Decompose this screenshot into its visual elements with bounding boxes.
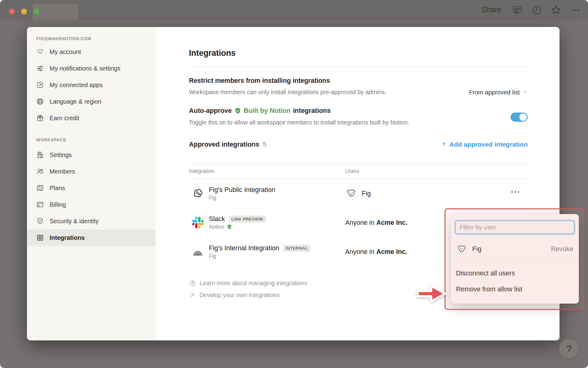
sidebar-item-label: Integrations bbox=[50, 234, 85, 241]
more-options-icon[interactable] bbox=[570, 4, 581, 16]
integration-owner: Fig bbox=[209, 195, 275, 201]
workspace-section-heading: WORKSPACE bbox=[36, 137, 156, 142]
chevron-down-icon bbox=[522, 89, 528, 96]
connected-user-name: Fig bbox=[472, 245, 481, 253]
link-preview-badge: LINK PREVIEW bbox=[229, 216, 266, 223]
approved-integrations-heading: Approved integrations bbox=[189, 141, 259, 148]
approved-integrations-count: 5 bbox=[263, 141, 266, 148]
learn-more-label: Learn more about managing integrations bbox=[200, 280, 307, 287]
sidebar-item-connected-apps[interactable]: My connected apps bbox=[27, 77, 156, 93]
integration-users-prefix: Anyone in bbox=[345, 219, 375, 227]
sidebar-item-label: Members bbox=[50, 168, 75, 175]
integration-owner: Notion bbox=[209, 224, 224, 230]
sidebar-item-label: Plans bbox=[50, 185, 65, 192]
integration-name: Slack bbox=[209, 215, 225, 223]
settings-sidebar: FIG@MAKENOTION.COM My account My notific… bbox=[27, 27, 156, 340]
sidebar-item-label: Security & identity bbox=[50, 218, 99, 225]
column-header-users: Users bbox=[345, 168, 359, 174]
restrict-heading: Restrict members from installing integra… bbox=[189, 76, 528, 85]
sliders-icon bbox=[36, 64, 44, 72]
verified-shield-icon bbox=[227, 224, 232, 230]
auto-approve-suffix: integrations bbox=[293, 106, 331, 116]
remove-from-allow-list-menu-item[interactable]: Remove from allow list bbox=[451, 281, 579, 297]
row-more-options-icon[interactable] bbox=[511, 191, 520, 193]
restrict-policy-dropdown[interactable]: From approved list bbox=[469, 87, 528, 98]
integration-users-prefix: Anyone in bbox=[345, 248, 375, 256]
divider bbox=[189, 67, 528, 67]
sidebar-item-label: My account bbox=[50, 48, 81, 56]
account-email-heading: FIG@MAKENOTION.COM bbox=[36, 36, 156, 41]
zoom-window-button[interactable] bbox=[33, 9, 39, 14]
people-icon bbox=[36, 167, 44, 175]
sidebar-item-members[interactable]: Members bbox=[27, 163, 156, 180]
dropdown-value: From approved list bbox=[469, 89, 520, 96]
sidebar-item-earn-credit[interactable]: Earn credit bbox=[27, 110, 156, 126]
add-approved-integration-button[interactable]: Add approved integration bbox=[441, 141, 528, 148]
integration-users: Fig bbox=[362, 190, 371, 197]
auto-approve-prefix: Auto-approve bbox=[189, 106, 232, 116]
plus-icon bbox=[441, 141, 447, 148]
connected-user-row: Fig Revoke bbox=[451, 238, 579, 261]
filter-by-user-input[interactable] bbox=[455, 220, 575, 234]
toggle-knob bbox=[519, 113, 527, 121]
restrict-section: Restrict members from installing integra… bbox=[189, 76, 528, 97]
built-by-notion-label: Built by Notion bbox=[244, 106, 291, 116]
fig-user-avatar bbox=[456, 243, 467, 255]
minimize-window-button[interactable] bbox=[21, 9, 27, 14]
grid-icon bbox=[36, 234, 44, 242]
help-button[interactable]: ? bbox=[559, 339, 579, 359]
fig-internal-integration-icon bbox=[192, 246, 204, 258]
share-button[interactable]: Share bbox=[481, 5, 502, 14]
built-by-notion-shield-icon bbox=[234, 107, 241, 114]
help-circle-icon bbox=[189, 280, 196, 287]
integration-users-org: Acme Inc. bbox=[376, 248, 408, 256]
map-icon bbox=[36, 184, 44, 192]
sidebar-item-label: Billing bbox=[50, 201, 66, 208]
restrict-description: Workspace members can only install integ… bbox=[189, 88, 403, 97]
sidebar-item-plans[interactable]: Plans bbox=[27, 180, 156, 196]
revoke-button[interactable]: Revoke bbox=[551, 245, 573, 253]
sidebar-item-security-identity[interactable]: Security & identity bbox=[27, 213, 156, 229]
table-row: Fig's Public Integration Fig Fig bbox=[189, 179, 528, 208]
sidebar-item-label: Earn credit bbox=[50, 115, 79, 122]
fig-user-avatar bbox=[345, 187, 357, 200]
internal-badge: INTERNAL bbox=[283, 245, 311, 252]
sidebar-item-integrations[interactable]: Integrations bbox=[27, 229, 156, 246]
close-window-button[interactable] bbox=[9, 9, 15, 14]
sidebar-item-my-account[interactable]: My account bbox=[27, 44, 156, 60]
comments-icon[interactable] bbox=[511, 4, 523, 16]
credit-card-icon bbox=[36, 201, 44, 209]
sidebar-item-notifications-settings[interactable]: My notifications & settings bbox=[27, 60, 156, 77]
sidebar-item-billing[interactable]: Billing bbox=[27, 196, 156, 213]
arrow-up-right-icon bbox=[189, 292, 196, 299]
integration-owner: Fig bbox=[209, 253, 311, 259]
shield-check-icon bbox=[36, 217, 44, 225]
gift-icon bbox=[36, 114, 44, 122]
building-icon bbox=[36, 151, 44, 159]
sidebar-item-label: Settings bbox=[50, 151, 72, 159]
window-tab[interactable] bbox=[33, 4, 78, 21]
window-titlebar: Share bbox=[0, 0, 588, 21]
globe-icon bbox=[36, 98, 44, 105]
sidebar-item-label: My connected apps bbox=[50, 82, 103, 89]
favorite-star-icon[interactable] bbox=[550, 4, 562, 16]
integration-name: Fig's Public Integration bbox=[209, 186, 275, 194]
sidebar-item-settings[interactable]: Settings bbox=[27, 147, 156, 163]
user-avatar-icon bbox=[36, 48, 44, 56]
integration-users-org: Acme Inc. bbox=[376, 219, 408, 227]
auto-approve-toggle[interactable] bbox=[511, 113, 528, 122]
sidebar-item-language-region[interactable]: Language & region bbox=[27, 93, 156, 110]
develop-integrations-label: Develop your own integrations bbox=[199, 292, 280, 299]
disconnect-all-users-menu-item[interactable]: Disconnect all users bbox=[451, 265, 579, 281]
integration-name: Fig's Internal Integration bbox=[209, 244, 279, 252]
sidebar-item-label: Language & region bbox=[50, 98, 101, 105]
integration-options-popup: Fig Revoke Disconnect all users Remove f… bbox=[451, 214, 579, 304]
column-header-integration: Integration bbox=[189, 168, 214, 174]
arrow-out-box-icon bbox=[36, 81, 44, 89]
page-title: Integrations bbox=[189, 27, 528, 58]
help-button-label: ? bbox=[567, 343, 572, 354]
updates-clock-icon[interactable] bbox=[531, 4, 543, 16]
annotation-arrow-icon bbox=[417, 283, 447, 305]
auto-approve-description: Toggle this on to allow all workspace me… bbox=[189, 118, 465, 127]
auto-approve-section: Auto-approve Built by Notion integration… bbox=[189, 106, 528, 127]
